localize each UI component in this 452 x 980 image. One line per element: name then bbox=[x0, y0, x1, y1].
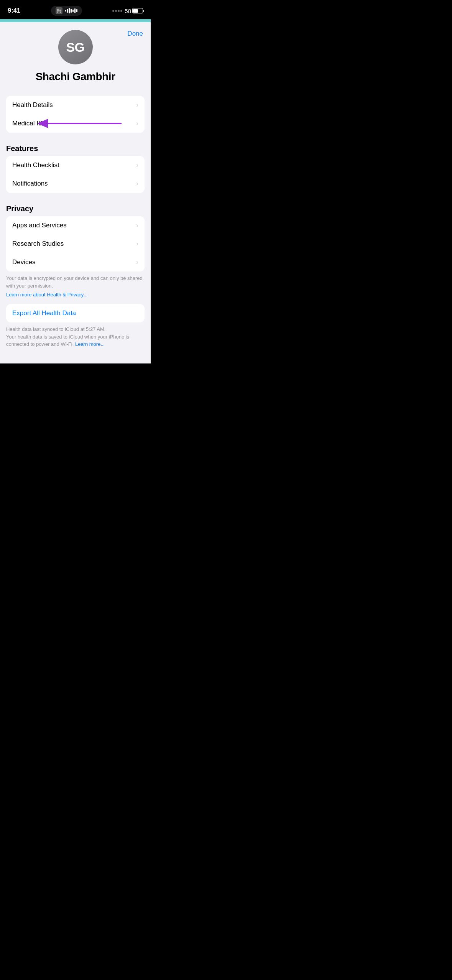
sync-note-text: Health data last synced to iCloud at 5:2… bbox=[6, 326, 145, 348]
profile-header: Done SG Shachi Gambhir bbox=[0, 22, 151, 96]
devices-item[interactable]: Devices › bbox=[6, 253, 145, 271]
apps-and-services-label: Apps and Services bbox=[12, 222, 67, 229]
user-name: Shachi Gambhir bbox=[36, 71, 115, 83]
medical-id-item[interactable]: Medical ID › bbox=[6, 114, 145, 133]
waveform-icon bbox=[65, 8, 77, 13]
now-playing-icon bbox=[56, 7, 62, 14]
health-details-chevron: › bbox=[136, 101, 138, 109]
research-studies-chevron: › bbox=[136, 240, 138, 248]
research-studies-item[interactable]: Research Studies › bbox=[6, 235, 145, 253]
sync-note-main: Health data last synced to iCloud at 5:2… bbox=[6, 326, 129, 347]
avatar-initials: SG bbox=[66, 40, 84, 55]
sync-note: Health data last synced to iCloud at 5:2… bbox=[6, 326, 145, 348]
main-content: Done SG Shachi Gambhir Health Details › … bbox=[0, 22, 151, 363]
avatar: SG bbox=[58, 30, 93, 64]
svg-point-2 bbox=[57, 12, 58, 13]
profile-items-group: Health Details › Medical ID › bbox=[6, 96, 145, 133]
health-details-label: Health Details bbox=[12, 101, 53, 109]
privacy-group: Apps and Services › Research Studies › D… bbox=[6, 216, 145, 271]
status-center-capsule bbox=[51, 6, 82, 16]
health-details-item[interactable]: Health Details › bbox=[6, 96, 145, 114]
research-studies-label: Research Studies bbox=[12, 240, 64, 248]
svg-point-3 bbox=[60, 12, 61, 13]
svg-marker-5 bbox=[37, 119, 48, 128]
features-section-header: Features bbox=[0, 136, 151, 156]
devices-chevron: › bbox=[136, 258, 138, 266]
features-section-title: Features bbox=[6, 144, 38, 153]
svg-rect-0 bbox=[57, 9, 59, 12]
privacy-note: Your data is encrypted on your device an… bbox=[6, 275, 145, 298]
privacy-section-title: Privacy bbox=[6, 204, 33, 213]
battery-indicator: 58 bbox=[125, 8, 143, 14]
status-right: 58 bbox=[112, 8, 143, 14]
apps-and-services-item[interactable]: Apps and Services › bbox=[6, 216, 145, 235]
health-checklist-item[interactable]: Health Checklist › bbox=[6, 156, 145, 174]
export-item[interactable]: Export All Health Data bbox=[6, 304, 145, 322]
features-group: Health Checklist › Notifications › bbox=[6, 156, 145, 193]
done-button[interactable]: Done bbox=[127, 30, 143, 38]
medical-id-chevron: › bbox=[136, 120, 138, 127]
export-group: Export All Health Data bbox=[6, 304, 145, 322]
signal-icon bbox=[112, 10, 122, 12]
battery-label: 58 bbox=[125, 8, 131, 14]
notifications-item[interactable]: Notifications › bbox=[6, 174, 145, 193]
phone-wrapper: 9:41 bbox=[0, 0, 151, 363]
export-link[interactable]: Export All Health Data bbox=[12, 309, 138, 317]
status-bar: 9:41 bbox=[0, 0, 151, 19]
teal-accent-bar bbox=[0, 19, 151, 22]
purple-arrow-annotation bbox=[37, 117, 122, 130]
privacy-section-header: Privacy bbox=[0, 196, 151, 216]
health-checklist-label: Health Checklist bbox=[12, 161, 59, 169]
svg-rect-1 bbox=[59, 10, 61, 12]
privacy-learn-more-link[interactable]: Learn more about Health & Privacy... bbox=[6, 292, 87, 298]
notifications-label: Notifications bbox=[12, 180, 48, 187]
privacy-note-text: Your data is encrypted on your device an… bbox=[6, 275, 145, 289]
status-time: 9:41 bbox=[8, 7, 20, 15]
export-section: Export All Health Data bbox=[6, 304, 145, 322]
devices-label: Devices bbox=[12, 258, 35, 266]
health-checklist-chevron: › bbox=[136, 161, 138, 169]
apps-and-services-chevron: › bbox=[136, 222, 138, 229]
notifications-chevron: › bbox=[136, 180, 138, 187]
sync-learn-more-link[interactable]: Learn more... bbox=[75, 341, 105, 347]
battery-icon bbox=[132, 8, 143, 13]
